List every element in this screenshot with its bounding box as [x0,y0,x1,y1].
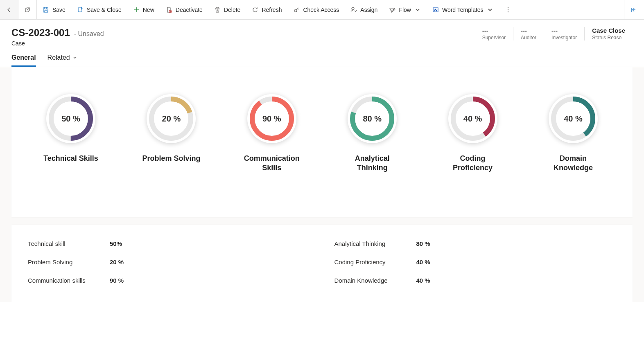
form-body: 50 % Technical Skills 20 % Problem Solvi… [0,67,644,302]
deactivate-icon [166,7,172,13]
tab-related[interactable]: Related [47,54,77,67]
save-button[interactable]: Save [37,0,71,19]
detail-value: 40 % [416,277,430,284]
gauge-value: 20 % [162,114,181,124]
gauge-ring: 40 % [549,94,598,143]
record-title-suffix: - Unsaved [74,30,104,38]
gauge-label: Domain Knowledge [540,154,606,172]
gauge-value: 40 % [463,114,482,124]
gauge-label: Coding Proficiency [440,154,506,172]
header-field-label: Auditor [521,35,536,40]
detail-row[interactable]: Problem Solving 20 % [28,253,310,271]
svg-point-6 [507,11,508,12]
gauge-value: 80 % [363,114,382,124]
assign-button[interactable]: Assign [345,0,383,19]
header-field-label: Investigator [551,35,577,40]
chevron-down-icon [487,7,493,13]
new-label: New [143,7,154,13]
detail-value: 90 % [110,277,124,284]
tabs: General Related [0,47,644,67]
header-field-value: Case Close [592,27,625,34]
header-field-value: --- [482,27,506,34]
detail-row[interactable]: Domain Knowledge 40 % [334,271,617,290]
save-close-button[interactable]: Save & Close [71,0,127,19]
detail-value: 80 % [416,240,430,247]
open-external-button[interactable] [18,0,36,19]
assign-icon [350,7,357,13]
gauge: 40 % Coding Proficiency [430,94,516,172]
check-access-button[interactable]: Check Access [287,0,345,19]
gauge-ring: 20 % [147,94,196,143]
detail-label: Problem Solving [28,259,110,266]
flow-label: Flow [399,7,411,13]
gauge: 80 % Analytical Thinking [329,94,415,172]
gauge-label: Analytical Thinking [339,154,405,172]
detail-value: 40 % [416,259,430,266]
refresh-button[interactable]: Refresh [246,0,287,19]
gauge-panel: 50 % Technical Skills 20 % Problem Solvi… [11,67,633,217]
gauge-value: 50 % [61,114,80,124]
detail-label: Analytical Thinking [334,240,416,247]
header-field[interactable]: ---Supervisor [475,27,513,40]
flow-button[interactable]: Flow [383,0,427,19]
gauge-label: Communication Skills [239,154,305,172]
gauge-ring: 50 % [46,94,95,143]
gauge-ring: 40 % [448,94,497,143]
plus-icon [133,7,140,13]
chevron-down-icon [72,55,77,60]
delete-button[interactable]: Delete [208,0,246,19]
gauge-label: Technical Skills [43,154,98,163]
more-vertical-icon [505,7,511,13]
word-templates-button[interactable]: Word Templates [427,0,499,19]
tab-label: General [11,54,36,61]
gauge-value: 40 % [564,114,583,124]
flow-icon [389,7,395,13]
new-button[interactable]: New [127,0,160,19]
gauge-value: 90 % [262,114,281,124]
header-field[interactable]: Case CloseStatus Reaso [584,27,633,40]
details-panel: Technical skill 50% Problem Solving 20 %… [11,225,633,302]
tab-general[interactable]: General [11,54,36,67]
open-external-icon [24,7,31,13]
detail-label: Technical skill [28,240,110,247]
delete-label: Delete [224,7,240,13]
header-field[interactable]: ---Auditor [513,27,544,40]
detail-value: 20 % [110,259,124,266]
key-icon [293,7,300,13]
tab-label: Related [47,54,70,61]
save-close-icon [77,7,84,13]
save-label: Save [52,7,66,13]
refresh-icon [252,7,258,13]
deactivate-button[interactable]: Deactivate [160,0,208,19]
detail-row[interactable]: Coding Proficiency 40 % [334,253,617,271]
check-access-label: Check Access [303,7,339,13]
gauge-label: Problem Solving [142,154,200,163]
record-title: CS-2023-001 [11,27,70,38]
save-close-label: Save & Close [87,7,122,13]
back-button[interactable] [0,0,18,19]
assign-label: Assign [360,7,377,13]
word-templates-label: Word Templates [442,7,484,13]
share-button[interactable] [624,0,642,19]
gauge: 50 % Technical Skills [28,94,114,172]
header-field-value: --- [521,27,536,34]
gauge: 40 % Domain Knowledge [530,94,616,172]
command-bar: Save Save & Close New Deactivate Delete … [0,0,644,20]
gauge: 90 % Communication Skills [229,94,315,172]
detail-label: Domain Knowledge [334,277,416,284]
detail-row[interactable]: Technical skill 50% [28,234,310,253]
deactivate-label: Deactivate [176,7,203,13]
detail-row[interactable]: Communication skills 90 % [28,271,310,290]
header-field[interactable]: ---Investigator [544,27,584,40]
share-icon [630,7,637,13]
detail-label: Coding Proficiency [334,259,416,266]
overflow-button[interactable] [499,0,517,19]
header-field-label: Status Reaso [592,35,625,40]
svg-point-2 [352,7,354,10]
detail-row[interactable]: Analytical Thinking 80 % [334,234,617,253]
word-icon [432,7,439,13]
detail-value: 50% [110,240,122,247]
back-icon [6,7,12,13]
record-entity: Case [11,40,104,47]
header-field-label: Supervisor [482,35,506,40]
